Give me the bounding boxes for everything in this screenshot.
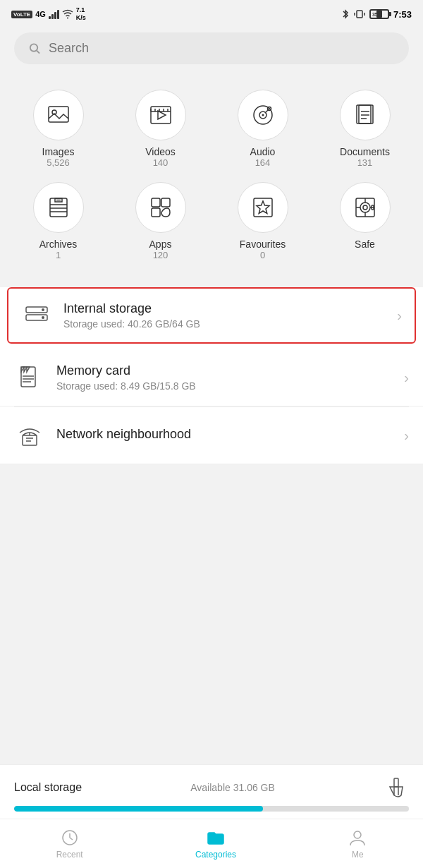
battery-icon: 35 (369, 9, 389, 19)
images-count: 5,526 (47, 157, 70, 168)
safe-icon-circle (340, 182, 391, 233)
folder-icon (207, 828, 225, 847)
clean-button[interactable] (384, 775, 409, 800)
nav-me[interactable]: Me (334, 823, 381, 865)
status-left: VoLTE 4G 7.1K/s (11, 6, 86, 22)
nav-recent[interactable]: Recent (42, 823, 97, 865)
memory-card-detail: Storage used: 8.49 GB/15.8 GB (56, 380, 404, 392)
storage-progress-track (14, 806, 409, 812)
memory-card-svg (17, 365, 42, 390)
audio-icon-circle (238, 90, 288, 140)
memory-card-info: Memory card Storage used: 8.49 GB/15.8 G… (56, 363, 404, 392)
status-right: 35 7:53 (341, 8, 412, 20)
archives-label: Archives (39, 239, 78, 250)
internal-storage-svg (24, 303, 49, 328)
memory-card-icon (14, 362, 45, 393)
internal-storage-info: Internal storage Storage used: 40.26 GB/… (63, 301, 397, 330)
network-neighbourhood-chevron: › (404, 428, 409, 444)
nav-me-label: Me (352, 850, 364, 860)
images-icon (47, 103, 70, 127)
svg-rect-53 (23, 435, 37, 445)
time-display: 7:53 (393, 9, 412, 20)
category-documents[interactable]: Documents 131 (314, 83, 416, 175)
internal-storage-title: Internal storage (63, 301, 397, 316)
search-container (0, 25, 423, 76)
nav-categories[interactable]: Categories (181, 823, 250, 865)
archives-count: 1 (56, 250, 61, 260)
wifi-icon (62, 9, 73, 19)
nav-recent-label: Recent (56, 850, 83, 860)
memory-card-chevron: › (404, 370, 409, 386)
internal-storage-icon (21, 300, 52, 331)
svg-point-48 (42, 316, 44, 319)
internal-storage-detail: Storage used: 40.26 GB/64 GB (63, 318, 397, 330)
bottom-storage: Local storage Available 31.06 GB (0, 764, 423, 819)
svg-line-62 (70, 838, 73, 840)
broom-icon-svg (386, 777, 407, 798)
bluetooth-icon (341, 8, 350, 20)
documents-icon-circle (340, 90, 391, 140)
favourites-icon (251, 195, 275, 219)
images-icon-circle (33, 90, 84, 140)
svg-point-47 (42, 308, 44, 311)
apps-label: Apps (149, 239, 172, 250)
status-bar: VoLTE 4G 7.1K/s 35 7 (0, 0, 423, 25)
storage-progress-container (14, 806, 409, 812)
search-bar[interactable] (14, 32, 409, 64)
svg-point-18 (262, 114, 264, 116)
category-audio[interactable]: Audio 164 (212, 83, 314, 175)
category-images[interactable]: Images 5,526 (7, 83, 109, 175)
volte-badge: VoLTE (11, 11, 32, 18)
apps-icon-circle (135, 182, 186, 233)
memory-card-title: Memory card (56, 363, 404, 378)
category-favourites[interactable]: Favourites 0 (212, 175, 314, 267)
network-type: 4G (35, 10, 46, 18)
svg-rect-32 (152, 198, 160, 207)
archives-icon (47, 195, 70, 219)
search-input[interactable] (49, 41, 395, 56)
svg-rect-1 (357, 11, 362, 18)
audio-label: Audio (250, 146, 276, 157)
svg-marker-36 (257, 201, 269, 214)
svg-rect-34 (152, 208, 160, 217)
nav-categories-label: Categories (195, 850, 236, 860)
videos-label: Videos (145, 146, 176, 157)
favourites-count: 0 (260, 250, 265, 260)
svg-marker-9 (158, 111, 166, 119)
videos-icon (149, 103, 173, 127)
speed-indicator: 7.1K/s (76, 6, 86, 22)
svg-rect-6 (49, 107, 68, 122)
svg-point-0 (67, 18, 68, 19)
safe-label: Safe (355, 239, 375, 250)
svg-point-63 (354, 831, 361, 838)
internal-storage-item[interactable]: Internal storage Storage used: 40.26 GB/… (7, 287, 416, 344)
storage-bar-row: Local storage Available 31.06 GB (14, 775, 409, 800)
favourites-icon-circle (238, 182, 288, 233)
storage-section: Internal storage Storage used: 40.26 GB/… (0, 287, 423, 464)
storage-progress-fill (14, 806, 263, 812)
videos-count: 140 (153, 157, 168, 168)
storage-available: Available 31.06 GB (190, 782, 275, 793)
search-icon (28, 42, 42, 56)
favourites-label: Favourites (240, 239, 286, 250)
network-neighbourhood-item[interactable]: Network neighbourhood › (0, 407, 423, 464)
vibrate-icon (354, 8, 365, 20)
category-safe[interactable]: Safe (314, 175, 416, 267)
category-archives[interactable]: Archives 1 (7, 175, 109, 267)
person-icon (348, 828, 367, 847)
images-label: Images (42, 146, 75, 157)
apps-icon (149, 195, 173, 219)
apps-count: 120 (153, 250, 168, 260)
network-icon (14, 420, 45, 451)
memory-card-item[interactable]: Memory card Storage used: 8.49 GB/15.8 G… (0, 349, 423, 406)
internal-storage-chevron: › (397, 308, 402, 324)
archives-icon-circle (33, 182, 84, 233)
audio-icon (251, 103, 275, 127)
network-neighbourhood-info: Network neighbourhood (56, 427, 404, 444)
category-apps[interactable]: Apps 120 (109, 175, 212, 267)
svg-rect-26 (50, 198, 67, 217)
svg-rect-33 (161, 198, 170, 207)
category-videos[interactable]: Videos 140 (109, 83, 212, 175)
documents-label: Documents (340, 146, 390, 157)
local-storage-label: Local storage (14, 781, 82, 794)
